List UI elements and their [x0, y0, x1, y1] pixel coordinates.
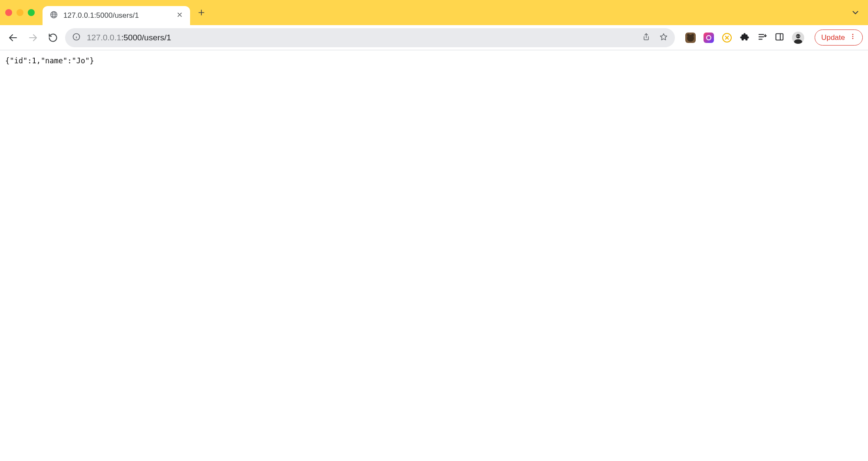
browser-toolbar: 127.0.0.1:5000/users/1 — [0, 25, 868, 50]
svg-point-17 — [852, 34, 854, 35]
new-tab-button[interactable] — [197, 8, 206, 17]
profile-avatar[interactable] — [792, 32, 804, 44]
extension-bear-icon[interactable] — [685, 33, 696, 43]
bookmark-icon[interactable] — [659, 33, 668, 43]
tab-dropdown-button[interactable] — [851, 8, 860, 17]
extensions-group: Update — [685, 29, 863, 46]
browser-tab[interactable]: 127.0.0.1:5000/users/1 — [43, 6, 190, 25]
side-panel-icon[interactable] — [775, 32, 784, 43]
minimize-window-button[interactable] — [16, 9, 23, 16]
omnibox-actions — [642, 33, 668, 43]
back-button[interactable] — [5, 30, 21, 46]
svg-point-19 — [852, 38, 854, 39]
svg-point-18 — [852, 36, 854, 37]
extension-gradient-icon[interactable] — [704, 33, 714, 43]
update-button[interactable]: Update — [815, 29, 863, 46]
svg-point-8 — [687, 35, 694, 42]
extensions-puzzle-icon[interactable] — [740, 32, 750, 43]
tab-strip: 127.0.0.1:5000/users/1 — [0, 0, 868, 25]
svg-point-15 — [797, 36, 798, 36]
url-text: 127.0.0.1:5000/users/1 — [87, 33, 171, 43]
chrome-menu-icon[interactable] — [849, 33, 856, 42]
window-controls — [5, 9, 35, 16]
url-host: 127.0.0.1 — [87, 33, 121, 42]
globe-icon — [49, 10, 58, 21]
tab-title: 127.0.0.1:5000/users/1 — [63, 11, 171, 20]
address-bar[interactable]: 127.0.0.1:5000/users/1 — [65, 28, 675, 47]
svg-marker-5 — [661, 33, 667, 40]
extension-yellow-icon[interactable] — [722, 33, 732, 43]
reading-list-icon[interactable] — [757, 32, 767, 43]
site-info-icon[interactable] — [72, 33, 81, 43]
update-button-label: Update — [821, 33, 845, 42]
share-icon[interactable] — [642, 33, 651, 43]
maximize-window-button[interactable] — [28, 9, 35, 16]
reload-button[interactable] — [45, 30, 61, 46]
url-path: :5000/users/1 — [121, 33, 171, 42]
forward-button[interactable] — [25, 30, 41, 46]
response-body: {"id":1,"name":"Jo"} — [0, 50, 868, 71]
svg-rect-10 — [776, 33, 783, 40]
close-window-button[interactable] — [5, 9, 12, 16]
svg-point-16 — [799, 36, 799, 36]
close-tab-button[interactable] — [176, 11, 183, 20]
